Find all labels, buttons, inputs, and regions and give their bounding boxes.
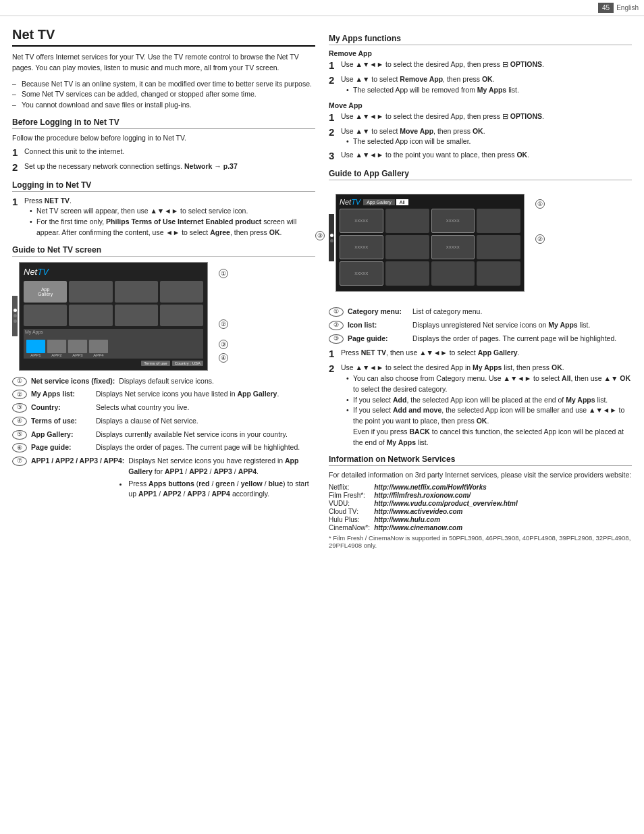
- desc-term: Page guide:: [348, 334, 408, 344]
- ag-page-guide-bar: [329, 214, 334, 261]
- intro-paragraph: Net TV offers Internet services for your…: [12, 52, 315, 74]
- icon-box: [160, 305, 203, 326]
- list-item: Some Net TV services can be added, chang…: [12, 89, 315, 100]
- callout-4: ④: [219, 353, 228, 363]
- main-content: Net TV Net TV offers Internet services f…: [0, 16, 644, 834]
- ag-header: NetTV App Gallery All: [340, 198, 520, 206]
- nettv-logo: NetTV: [24, 267, 49, 277]
- desc-term: Net service icons (fixed):: [31, 376, 115, 387]
- service-name: Netflix:: [329, 484, 370, 491]
- desc-def: List of category menu.: [412, 307, 632, 317]
- page-guide-bar: [12, 296, 18, 336]
- move-step-2: 2 Use ▲▼ to select Move App, then press …: [329, 126, 632, 148]
- section-logging-in-title: Logging in to Net TV: [12, 180, 315, 192]
- desc-def: Displays the order of pages. The current…: [412, 334, 632, 344]
- ag-desc-table: ① Category menu: List of category menu. …: [329, 307, 632, 344]
- bullet-item: The selected App icon will be smaller.: [346, 136, 632, 147]
- desc-row-5: ⑤ App Gallery: Displays currently availa…: [12, 429, 315, 440]
- icons-grid: AppGallery: [24, 281, 203, 326]
- icon-box: [115, 305, 158, 326]
- app-gallery-diagram: NetTV App Gallery All XXXXX XXXXX: [336, 190, 552, 296]
- remove-step-2: 2 Use ▲▼ to select Remove App, then pres…: [329, 74, 632, 96]
- ag-grid-row2: XXXXX XXXXX: [340, 235, 520, 259]
- my-apps-label: My Apps: [25, 330, 43, 334]
- ag-tab-label: App Gallery: [363, 199, 395, 205]
- section-my-apps-title: My Apps functions: [329, 34, 632, 45]
- app-gallery-label: AppGallery: [38, 287, 53, 296]
- ag-icon: [477, 209, 520, 233]
- step-num: 1: [12, 196, 24, 208]
- network-services-intro: For detailed information on 3rd party In…: [329, 470, 632, 481]
- app-gallery-screen: NetTV App Gallery All XXXXX XXXXX: [336, 194, 525, 292]
- service-name: Film Fresh*:: [329, 492, 370, 499]
- callout-3: ③: [219, 340, 228, 349]
- callout-1: ①: [219, 269, 228, 278]
- ag-icon: XXXXX: [431, 209, 475, 233]
- desc-def: Displays default service icons.: [119, 376, 315, 387]
- nettv-footer: Terms of use Country : USA: [24, 361, 203, 366]
- pg-dot-active: [14, 309, 17, 312]
- service-url: http://filmfresh.roxionow.com/: [374, 492, 632, 499]
- step-content: Use ▲▼ to select Remove App, then press …: [341, 74, 632, 96]
- desc-term: APP1 / APP2 / APP3 / APP4:: [31, 456, 124, 467]
- left-column: Net TV Net TV offers Internet services f…: [12, 27, 315, 823]
- step-num: 1: [12, 147, 24, 159]
- step-num: 3: [329, 150, 341, 162]
- before-login-intro: Follow the procedure below before loggin…: [12, 133, 315, 144]
- move-step-1: 1 Use ▲▼◄► to select the desired App, th…: [329, 111, 632, 124]
- bullet-item: You can also choose from Category menu. …: [346, 373, 632, 395]
- icon-box: [69, 281, 112, 303]
- icon-box: [69, 305, 112, 326]
- ag-tab-all: All: [396, 199, 408, 205]
- desc-term: Country:: [31, 402, 92, 413]
- service-url: http://www.hulu.com: [374, 516, 632, 523]
- nettv-screen: NetTV AppGallery: [19, 262, 208, 371]
- page-wrapper: 45 English Net TV Net TV offers Internet…: [0, 0, 644, 834]
- ag-icon: [385, 209, 429, 233]
- ag-logo: NetTV: [340, 198, 360, 206]
- step-num: 1: [329, 348, 341, 360]
- ag-grid-row3: XXXXX: [340, 261, 520, 286]
- callout-right-1: ①: [535, 199, 545, 209]
- page-title: Net TV: [12, 27, 315, 47]
- callout-left-3: ③: [315, 231, 325, 240]
- desc-def: Displays Net service icons you have regi…: [128, 456, 315, 500]
- service-url: http://www.cinemanow.com: [374, 524, 632, 531]
- bullet-item: For the first time only, Philips Terms o…: [30, 217, 315, 238]
- step-num: 2: [329, 74, 341, 86]
- step-num: 2: [329, 126, 341, 138]
- service-url: http://www.netflix.com/HowItWorks: [374, 484, 632, 491]
- move-app-section: Move App 1 Use ▲▼◄► to select the desire…: [329, 101, 632, 163]
- app1-box: [26, 340, 45, 353]
- ag-desc-row-1: ① Category menu: List of category menu.: [329, 307, 632, 317]
- step-1-connect: 1 Connect this unit to the internet.: [12, 147, 315, 159]
- step-content: Use ▲▼ to select Move App, then press OK…: [341, 126, 632, 148]
- step-content: Use ▲▼◄► to select the desired App, then…: [341, 59, 632, 70]
- app1-label: APP1: [30, 353, 41, 357]
- step-content: Press NET TV. Net TV screen will appear,…: [24, 196, 315, 238]
- ag-icon: [385, 261, 429, 286]
- app4-label: APP4: [93, 353, 103, 357]
- nettv-screen-diagram: NetTV AppGallery: [19, 262, 315, 371]
- footnote: * Film Fresh / CinemaNow is supported in…: [329, 534, 632, 549]
- app-gallery-icon: AppGallery: [24, 281, 67, 303]
- ag-step-2: 2 Use ▲▼◄► to select the desired App in …: [329, 363, 632, 448]
- step-num: 1: [329, 111, 341, 124]
- service-url: http://www.activevideo.com: [374, 508, 632, 515]
- step-content: Use ▲▼◄► to the point you want to place,…: [341, 150, 632, 161]
- ag-icon: XXXXX: [340, 209, 383, 233]
- desc-def: Displays a clause of Net service.: [96, 416, 315, 427]
- step-content: Set up the necessary network connection …: [24, 161, 315, 172]
- step-content: Use ▲▼◄► to select the desired App in My…: [341, 363, 632, 448]
- desc-def: Displays unregistered Net service icons …: [412, 320, 632, 331]
- desc-term: Terms of use:: [31, 416, 92, 427]
- step-num: 2: [329, 363, 341, 375]
- app3-box: [68, 340, 87, 353]
- remove-app-section: Remove App 1 Use ▲▼◄► to select the desi…: [329, 49, 632, 96]
- step-content: Connect this unit to the internet.: [24, 147, 315, 157]
- dash-list: Because Net TV is an online system, it c…: [12, 79, 315, 111]
- language-label: English: [616, 4, 639, 11]
- screen-desc-table: ① Net service icons (fixed): Displays de…: [12, 376, 315, 500]
- desc-row-6: ⑥ Page guide: Displays the order of page…: [12, 442, 315, 453]
- section-guide-nettv-title: Guide to Net TV screen: [12, 245, 315, 257]
